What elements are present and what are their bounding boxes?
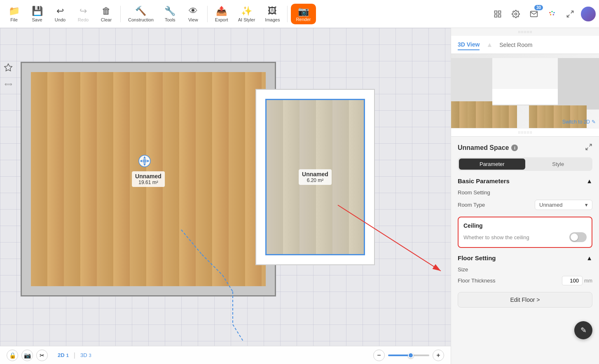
svg-marker-12: [5, 64, 12, 71]
panel-expand[interactable]: [585, 143, 592, 152]
user-avatar[interactable]: [581, 7, 596, 21]
ceiling-section: Ceiling Whether to show the ceiling: [458, 217, 592, 248]
toolbar-ai-styler[interactable]: ✨ AI Styler: [234, 3, 260, 25]
room-secondary[interactable]: Unnamed 6.20 m²: [265, 99, 365, 255]
images-icon: 🖼: [268, 6, 277, 16]
notification-badge: 30: [534, 5, 543, 10]
cut-icon[interactable]: ✂: [36, 350, 48, 361]
svg-rect-0: [495, 11, 497, 13]
redo-icon: ↪: [80, 6, 87, 16]
3d-view-render: [451, 54, 599, 128]
svg-line-23: [233, 324, 243, 341]
separator-1: [120, 6, 121, 22]
compass-icon[interactable]: [2, 61, 15, 74]
clear-icon: 🗑: [102, 6, 111, 16]
settings-button[interactable]: [508, 7, 523, 21]
tools-icon: 🔧: [164, 6, 175, 16]
move-handle[interactable]: [137, 154, 152, 168]
palette-button[interactable]: [545, 7, 559, 21]
svg-point-6: [551, 11, 552, 12]
grip-handle-mid: ⠶⠶⠶⠶⠶: [451, 128, 599, 136]
room-type-select[interactable]: Unnamed ▾: [535, 200, 592, 210]
fab-edit-button[interactable]: ✎: [574, 321, 592, 339]
toolbar-save-label: Save: [32, 17, 42, 22]
toolbar-redo[interactable]: ↪ Redo: [73, 3, 94, 25]
floor-thickness-value: mm: [562, 276, 592, 285]
info-icon[interactable]: i: [511, 145, 518, 151]
edit-floor-button[interactable]: Edit Floor >: [458, 292, 592, 308]
floor-setting-section: Floor Setting ▲ Size Floor Thickness mm: [458, 254, 592, 285]
svg-rect-1: [498, 11, 501, 13]
toolbar-export[interactable]: 📤 Export: [211, 3, 232, 25]
svg-point-14: [143, 159, 147, 163]
switch-to-2d[interactable]: Switch to 2D ✎: [562, 119, 596, 125]
toolbar-save[interactable]: 💾 Save: [26, 3, 48, 25]
toolbar-file[interactable]: 📁 File: [3, 3, 25, 25]
tab-select-room[interactable]: Select Room: [499, 40, 532, 50]
toolbar-images[interactable]: 🖼 Images: [261, 3, 284, 25]
toolbar-clear-label: Clear: [101, 17, 112, 22]
svg-line-11: [567, 14, 570, 17]
thickness-unit: mm: [584, 278, 592, 284]
basic-params-header: Basic Parameters ▲: [458, 177, 592, 184]
toolbar-export-label: Export: [215, 17, 228, 22]
toolbar-file-label: File: [10, 17, 18, 22]
tab-2d[interactable]: 2D 1: [54, 350, 72, 360]
svg-point-8: [550, 14, 551, 15]
mail-button[interactable]: 30: [526, 7, 541, 21]
file-icon: 📁: [9, 6, 20, 16]
dropdown-arrow-icon: ▾: [585, 202, 588, 208]
room-type-label: Room Type: [458, 202, 535, 208]
room-main[interactable]: Unnamed 19.61 m²: [21, 62, 276, 296]
tab-style[interactable]: Style: [525, 159, 592, 170]
search-button[interactable]: [490, 7, 505, 21]
zoom-in-button[interactable]: +: [433, 350, 444, 361]
ceiling-description: Whether to show the ceiling: [463, 234, 529, 240]
render-button[interactable]: 📷 Render: [291, 4, 316, 24]
toolbar-undo-label: Undo: [55, 17, 66, 22]
toolbar-clear[interactable]: 🗑 Clear: [96, 3, 117, 25]
floor-thickness-input[interactable]: [562, 276, 583, 285]
room-secondary-container: Unnamed 6.20 m²: [255, 89, 375, 265]
tab-parameter[interactable]: Parameter: [459, 159, 525, 170]
zoom-slider[interactable]: [388, 355, 429, 356]
toolbar-undo[interactable]: ↩ Undo: [49, 3, 71, 25]
floor-thickness-label: Floor Thickness: [458, 278, 496, 284]
toolbar-construction-label: Construction: [128, 17, 154, 22]
camera-icon[interactable]: 📷: [21, 350, 33, 361]
preview-wall-panel: [492, 89, 558, 105]
bottom-bar: 🔒 📷 ✂ 2D 1 | 3D 3 −: [0, 346, 451, 364]
svg-line-10: [571, 11, 573, 13]
ceiling-row: Whether to show the ceiling: [463, 232, 587, 242]
svg-point-5: [549, 12, 550, 13]
tab-3d[interactable]: 3D 3: [77, 350, 95, 360]
toolbar-view[interactable]: 👁 View: [183, 3, 204, 25]
3d-preview-image: Switch to 2D ✎: [451, 54, 599, 128]
toolbar-images-label: Images: [265, 17, 280, 22]
svg-point-9: [553, 14, 554, 15]
collapse-basic-icon[interactable]: ▲: [586, 177, 592, 184]
expand-button[interactable]: [563, 7, 578, 21]
toolbar-construction[interactable]: 🔨 Construction: [124, 3, 158, 25]
toolbar-tools-label: Tools: [165, 17, 175, 22]
ceiling-toggle[interactable]: [569, 232, 587, 242]
panel-title: Unnamed Space i: [458, 144, 518, 152]
preview-section: 3D View ▲ Select Room: [451, 36, 599, 137]
toolbar-view-label: View: [188, 17, 198, 22]
room-secondary-label: Unnamed 6.20 m²: [299, 169, 332, 185]
scale-icon[interactable]: ⟺: [2, 77, 15, 91]
separator-3: [287, 6, 288, 22]
view-icon: 👁: [189, 6, 198, 16]
tab-3d-view[interactable]: 3D View: [458, 40, 480, 50]
ceiling-title: Ceiling: [463, 222, 587, 229]
panel-header: Unnamed Space i: [458, 143, 592, 152]
zoom-out-button[interactable]: −: [373, 350, 385, 361]
floor-setting-header: Floor Setting ▲: [458, 254, 592, 261]
toolbar-tools[interactable]: 🔧 Tools: [159, 3, 181, 25]
toolbar-redo-label: Redo: [78, 17, 89, 22]
floor-thickness-row: Floor Thickness mm: [458, 276, 592, 285]
collapse-floor-icon[interactable]: ▲: [586, 254, 592, 261]
zoom-thumb[interactable]: [408, 352, 414, 358]
canvas-area: ⟺ Unnamed 19.61 m²: [0, 28, 451, 364]
lock-icon[interactable]: 🔒: [7, 350, 18, 361]
